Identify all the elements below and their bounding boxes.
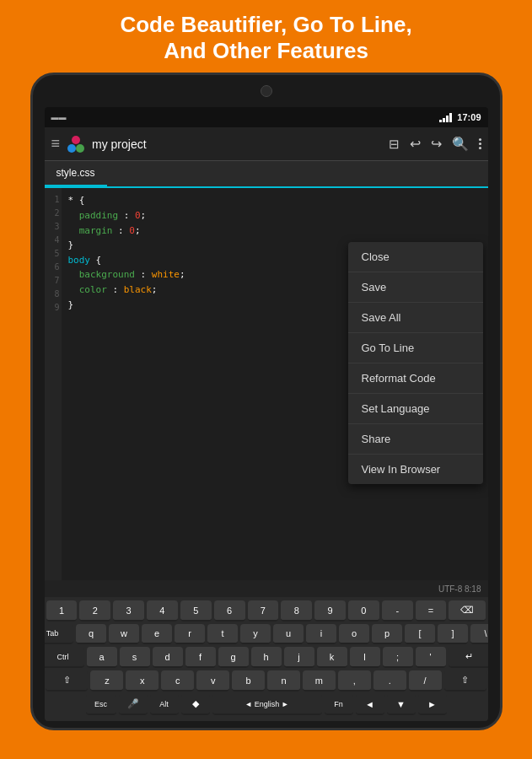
key-m[interactable]: m [303,670,336,692]
menu-item-go-to-line[interactable]: Go To Line [348,333,483,363]
key-0[interactable]: 0 [348,600,379,622]
key-backslash[interactable]: \ [470,624,488,644]
key-v[interactable]: v [196,670,229,692]
key-u[interactable]: u [273,624,304,644]
key-semicolon[interactable]: ; [383,647,413,668]
menu-icon[interactable]: ≡ [51,135,61,153]
menu-item-save[interactable]: Save [348,272,483,303]
key-fn[interactable]: Fn [325,694,353,715]
key-rbracket[interactable]: ] [438,624,468,644]
wifi-icon [439,112,452,122]
menu-item-view-in-browser[interactable]: View In Browser [348,455,483,484]
key-p[interactable]: p [372,624,402,644]
menu-item-reformat-code[interactable]: Reformat Code [348,363,483,394]
app-toolbar: ≡ my project ⊟ ↩ ↪ 🔍 [45,127,488,161]
key-tab[interactable]: Tab [45,624,74,644]
key-language[interactable]: ◄ English ► [212,694,322,715]
key-esc[interactable]: Esc [86,694,116,715]
code-editor[interactable]: 1 2 3 4 5 6 7 8 9 * { padding : 0; margi… [45,188,488,580]
more-icon[interactable] [479,138,481,149]
app-logo [67,135,85,153]
editor-status-bar: UTF-8 8:18 [45,580,488,597]
key-j[interactable]: j [284,647,314,668]
key-w[interactable]: w [109,624,139,644]
status-sim-icon: ▬▬ [51,113,67,121]
screen: ▬▬ 17:09 ≡ [45,107,488,721]
key-shift-right[interactable]: ⇧ [444,670,486,692]
key-shift-left[interactable]: ⇧ [46,670,88,692]
key-backspace[interactable]: ⌫ [449,600,486,622]
key-n[interactable]: n [267,670,300,692]
key-r[interactable]: r [175,624,205,644]
key-k[interactable]: k [317,647,347,668]
key-6[interactable]: 6 [214,600,245,622]
key-enter[interactable]: ↵ [449,647,488,668]
key-minus[interactable]: - [382,600,413,622]
menu-item-set-language[interactable]: Set Language [348,394,483,424]
key-comma[interactable]: , [338,670,371,692]
editor-status-text: UTF-8 8:18 [438,584,481,594]
key-z[interactable]: z [90,670,123,692]
key-slash[interactable]: / [409,670,442,692]
key-period[interactable]: . [373,670,406,692]
app-title: my project [92,137,381,151]
key-q[interactable]: q [76,624,106,644]
key-7[interactable]: 7 [248,600,279,622]
key-a[interactable]: a [87,647,117,668]
key-t[interactable]: t [207,624,238,644]
key-8[interactable]: 8 [281,600,312,622]
menu-item-save-all[interactable]: Save All [348,303,483,333]
key-mic[interactable]: 🎤 [119,694,148,715]
key-e[interactable]: e [142,624,172,644]
key-5[interactable]: 5 [180,600,212,622]
key-f[interactable]: f [185,647,216,668]
svg-point-2 [76,144,84,153]
key-3[interactable]: 3 [113,600,144,622]
undo-icon[interactable]: ↩ [410,136,421,152]
keyboard: 1 2 3 4 5 6 7 8 9 0 - = ⌫ Tab q w e r [45,597,488,721]
svg-point-1 [67,144,76,153]
key-d[interactable]: d [153,647,183,668]
key-lbracket[interactable]: [ [405,624,435,644]
key-o[interactable]: o [339,624,369,644]
context-menu: Close Save Save All Go To Line Reformat … [348,242,483,484]
key-h[interactable]: h [251,647,282,668]
tablet: ▬▬ 17:09 ≡ [30,73,502,730]
save-icon[interactable]: ⊟ [389,137,400,152]
key-b[interactable]: b [232,670,265,692]
key-4[interactable]: 4 [147,600,178,622]
redo-icon[interactable]: ↪ [431,136,442,152]
key-arrow-left[interactable]: ◄ [356,694,384,715]
menu-item-close[interactable]: Close [348,242,483,272]
tab-style-css[interactable]: style.css [45,161,107,186]
key-arrow-right[interactable]: ► [418,694,447,715]
line-numbers: 1 2 3 4 5 6 7 8 9 [45,188,62,580]
key-g[interactable]: g [218,647,249,668]
key-i[interactable]: i [306,624,336,644]
key-equals[interactable]: = [416,600,447,622]
header-title: Code Beautifier, Go To Line, And Other F… [0,0,532,73]
key-9[interactable]: 9 [314,600,346,622]
key-2[interactable]: 2 [79,600,110,622]
key-diamond[interactable]: ◆ [181,694,210,715]
key-ctrl[interactable]: Ctrl [45,647,84,668]
key-alt[interactable]: Alt [150,694,179,715]
camera [261,85,272,97]
key-arrow-down[interactable]: ▼ [387,694,416,715]
key-x[interactable]: x [126,670,159,692]
key-s[interactable]: s [120,647,150,668]
status-time: 17:09 [457,112,481,122]
key-c[interactable]: c [161,670,194,692]
status-bar: ▬▬ 17:09 [45,107,488,127]
key-l[interactable]: l [350,647,380,668]
search-icon[interactable]: 🔍 [452,136,469,152]
svg-point-0 [72,136,80,144]
key-1[interactable]: 1 [46,600,78,622]
key-y[interactable]: y [240,624,271,644]
tab-bar: style.css [45,161,488,188]
menu-item-share[interactable]: Share [348,424,483,455]
key-quote[interactable]: ' [416,647,446,668]
